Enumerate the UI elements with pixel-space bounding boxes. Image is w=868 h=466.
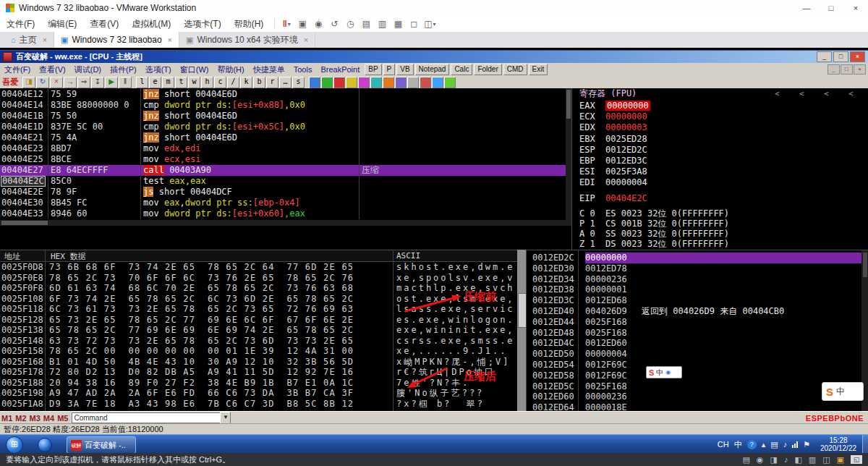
dump-row[interactable]: 0025F1186C 73 61 73 73 2E 65 78 65 2C 73…	[0, 304, 517, 315]
printer-icon[interactable]: ▥	[809, 455, 816, 465]
vm-menu-item[interactable]: 文件(F)	[0, 18, 41, 30]
step-into-button[interactable]: →	[64, 77, 77, 88]
toolbar-letter-slash[interactable]: /	[227, 77, 239, 88]
plugin-button-5[interactable]	[370, 77, 382, 88]
network-icon[interactable]	[792, 441, 798, 448]
bookmark-button-m1[interactable]: M1	[0, 414, 14, 423]
stack-row[interactable]: 0012ED4C0012ED60	[527, 338, 861, 349]
column-divider[interactable]	[140, 88, 141, 219]
disasm-row[interactable]: 00404E1275 59jnz short 00404E6D	[0, 89, 566, 100]
bookmark-button-m3[interactable]: M3	[28, 414, 42, 423]
register-edi[interactable]: EDI00000004	[579, 177, 647, 187]
vm-menu-item[interactable]: 帮助(H)	[228, 18, 271, 30]
dump-row[interactable]: 0025F1A8D9 3A 7E 18 A3 43 98 E6 7B C6 C7…	[0, 399, 517, 410]
pane-collapse-icon[interactable]: <	[848, 88, 854, 99]
trace-into-button[interactable]: ↧	[91, 77, 104, 88]
toolbar-letter-m[interactable]: m	[162, 77, 174, 88]
toolbar-letter-c[interactable]: c	[214, 77, 226, 88]
browser-icon[interactable]	[38, 438, 52, 452]
network-adapter-icon[interactable]: ◨	[770, 455, 777, 465]
plugin-button-0[interactable]	[309, 77, 320, 88]
olly-menu-button-exit[interactable]: Exit	[529, 64, 548, 75]
vm-menu-item[interactable]: 编辑(E)	[41, 18, 83, 30]
vm-menu-item[interactable]: 查看(V)	[83, 18, 125, 30]
plugin-button-3[interactable]	[346, 77, 357, 88]
stack-row[interactable]: 0012ED5000000004	[527, 349, 861, 360]
olly-menu-button-calc[interactable]: Calc	[451, 64, 472, 75]
toolbar-letter-s[interactable]: s	[292, 77, 305, 88]
disassembly-pane[interactable]: 00404E1275 59jnz short 00404E6D00404E148…	[0, 88, 566, 226]
dump-row[interactable]: 0025F13865 78 65 2C 77 69 6E 69 6E 69 74…	[0, 325, 517, 336]
stack-row[interactable]: 0012ED300012ED78	[527, 263, 861, 274]
olly-menu-item[interactable]: 插件(P)	[106, 64, 141, 75]
usb-icon[interactable]: ◧	[794, 455, 801, 465]
olly-menu-button-notepad[interactable]: Notepad	[415, 64, 450, 75]
register-eip[interactable]: EIP00404E2C	[579, 193, 647, 203]
olly-menu-item[interactable]: 调试(D)	[70, 64, 106, 75]
vm-tab-active[interactable]: ▣Windows 7 32 libaobao×	[54, 32, 179, 48]
taskbar-clock[interactable]: 15:28 2020/12/22	[814, 436, 862, 452]
olly-menu-item[interactable]: BreakPoint	[316, 65, 364, 74]
plugin-button-6[interactable]	[383, 77, 394, 88]
plugin-button-4[interactable]	[358, 77, 370, 88]
register-edx[interactable]: EDX00000003	[579, 122, 647, 132]
stack-row[interactable]: 0012ED5C0025F168	[527, 381, 861, 392]
olly-menu-item[interactable]: 窗口(W)	[176, 64, 213, 75]
taskbar-app-button[interactable]: 破解 百变破解 -...	[67, 436, 136, 453]
language-bar-item[interactable]: ?	[747, 440, 757, 449]
language-bar-item[interactable]: CH	[718, 440, 729, 449]
disasm-row[interactable]: 00404E2175 4Ajnz short 00404E6D	[0, 132, 566, 143]
command-input[interactable]	[72, 412, 220, 423]
olly-menu-button-cmd[interactable]: CMD	[503, 64, 527, 75]
column-divider[interactable]	[48, 88, 48, 219]
harddisk-icon[interactable]: ▤	[742, 455, 749, 465]
olly-menu-button-folder[interactable]: Folder	[474, 64, 501, 75]
dump-row[interactable]: 0025F0F86D 61 63 74 68 6C 70 2E 65 78 65…	[0, 283, 517, 294]
olly-menu-item[interactable]: 选项(T)	[141, 64, 176, 75]
stack-row[interactable]: 0012ED3400000236	[527, 274, 861, 285]
olly-menu-item[interactable]: 快捷菜单	[249, 64, 289, 75]
olly-menu-button-p[interactable]: P	[383, 64, 396, 75]
fullscreen-button[interactable]: ◻	[407, 17, 421, 30]
register-ebp[interactable]: EBP0012ED3C	[579, 156, 647, 166]
start-button[interactable]: ⊞	[6, 436, 23, 453]
plugin-button-9[interactable]	[420, 77, 431, 88]
toolbar-letter-k[interactable]: k	[240, 77, 252, 88]
ime-lang-indicator[interactable]: 中	[656, 368, 663, 378]
disasm-row[interactable]: 00404E338946 60mov dword ptr ds:[esi+0x6…	[0, 208, 566, 219]
plugin-button-10[interactable]	[432, 77, 443, 88]
vmware-logo-icon[interactable]: ▣	[837, 455, 844, 465]
plugin-button-7[interactable]	[395, 77, 407, 88]
disasm-row[interactable]: 00404E1D837E 5C 00cmp dword ptr ds:[esi+…	[0, 122, 566, 132]
action-center-icon[interactable]: ▤	[770, 440, 778, 449]
mdi-restore-button[interactable]: □	[841, 64, 853, 75]
maximize-button[interactable]: □	[819, 0, 843, 16]
ime-toolbar-small[interactable]: S 中 ◉	[646, 366, 682, 378]
mdi-close-button[interactable]: ×	[854, 64, 866, 75]
stack-row[interactable]: 0012ED3C0012ED68	[527, 295, 861, 306]
toolbar-letter-dots[interactable]: …	[279, 77, 292, 88]
manage-snapshots-button[interactable]: ◷	[343, 17, 357, 30]
dump-row[interactable]: 0025F15878 65 2C 00 00 00 00 00 00 01 1E…	[0, 346, 517, 357]
pane-collapse-icon[interactable]: <	[799, 88, 804, 99]
close-button[interactable]: ×	[843, 0, 868, 16]
suspend-vm-button[interactable]: ‖▾	[279, 17, 294, 30]
close-program-button[interactable]: ×	[50, 77, 63, 88]
ime-lang-indicator[interactable]: 中	[836, 386, 845, 398]
dump-row[interactable]: 0025F0D873 6B 68 6F 73 74 2E 65 78 65 2C…	[0, 262, 517, 273]
dump-row[interactable]: 0025F14863 73 72 73 73 2E 65 78 65 2C 73…	[0, 336, 517, 347]
tab-close-icon[interactable]: ×	[43, 35, 47, 44]
sound-icon[interactable]: ♪	[784, 455, 788, 464]
stack-row[interactable]: 0012ED540012F69C	[527, 360, 861, 370]
vm-menu-item[interactable]: 虚拟机(M)	[125, 18, 177, 30]
stack-pane[interactable]: 0012ED2C000000000012ED300012ED780012ED34…	[526, 250, 868, 412]
restart-button[interactable]: ↻	[36, 77, 49, 88]
vm-tab-inactive[interactable]: ▣Windows 10 x64 实验环境×	[179, 32, 315, 48]
registers-pane[interactable]: 寄存器 (FPU) <<<< EAX00000000ECX00000000EDX…	[571, 88, 868, 250]
command-dropdown-icon[interactable]: ▼	[220, 412, 231, 424]
column-divider[interactable]	[393, 250, 393, 412]
dump-row[interactable]: 0025F12865 73 2E 65 78 65 2C 77 69 6E 6C…	[0, 315, 517, 326]
stack-row[interactable]: 0012ED3800000001	[527, 284, 861, 295]
pause-button[interactable]: ‖	[119, 77, 132, 88]
mdi-minimize-button[interactable]: _	[827, 64, 840, 75]
